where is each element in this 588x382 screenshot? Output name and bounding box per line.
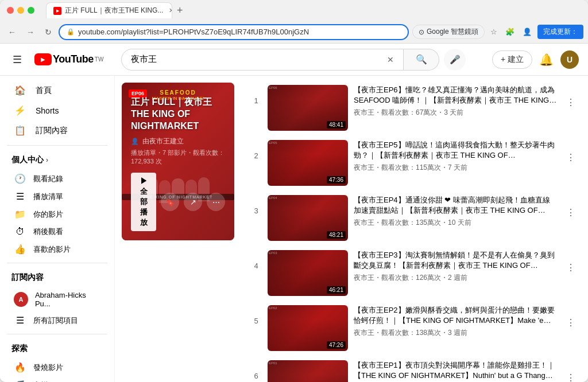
play-all-button[interactable]: ▶ 全部播放 [131, 173, 156, 231]
content-area: SEAFOOD MASTER IN DA HOUSE! EP06 [115, 76, 588, 382]
video-item[interactable]: 1 EP06 48:41 【夜市王EP6】懂吃？雄又真正懂海？邁向美味的航道，成… [241, 80, 588, 135]
forward-button[interactable]: → [23, 25, 38, 39]
sidebar-item-home[interactable]: 🏠 首頁 [2, 80, 112, 100]
video-title: 【夜市王EP3】淘汰賽制無情解鎖！是不是有人在偷臭？臭到斷交臭豆腐！【新普利夜酵… [354, 250, 557, 271]
google-lens-button[interactable]: ⊙ Google 智慧鏡頭 [412, 25, 485, 39]
sidebar-item-history[interactable]: 🕐 觀看紀錄 [2, 170, 112, 188]
video-more-button[interactable]: ⋮ [563, 369, 579, 382]
create-button[interactable]: + 建立 [492, 50, 532, 69]
video-more-button[interactable]: ⋮ [563, 204, 579, 220]
sidebar-divider-2 [7, 263, 107, 263]
sidebar-divider-1 [7, 145, 107, 146]
sidebar-item-music[interactable]: 🎵 音樂 [2, 376, 112, 382]
close-button[interactable] [7, 7, 14, 14]
video-thumbnail: EP05 47:36 [268, 140, 348, 186]
thumb-ep-label: EP04 [269, 196, 277, 200]
thumb-ep-label: EP05 [269, 141, 277, 145]
music-icon: 🎵 [14, 380, 26, 382]
bookmark-icon[interactable]: ☆ [488, 25, 500, 38]
sidebar-all-subscriptions-label: 所有訂閱項目 [33, 315, 78, 326]
subscriptions-title: 訂閱內容 [0, 268, 114, 287]
video-duration: 48:21 [327, 231, 346, 239]
save-playlist-button[interactable]: 🔖 [161, 193, 179, 211]
sidebar-item-your-videos[interactable]: 📁 你的影片 [2, 205, 112, 223]
thumb-ep-label: EP06 [269, 86, 277, 89]
reload-button[interactable]: ↻ [41, 25, 55, 39]
video-duration: 46:21 [327, 286, 346, 294]
url-bar[interactable]: 🔒 youtube.com/playlist?list=PLROHPtVsZ7o… [59, 24, 409, 40]
maximize-button[interactable] [28, 7, 34, 14]
youtube-main: 🏠 首頁 ⚡ Shorts 📋 訂閱內容 個人中心 › 🕐 觀看紀錄 [0, 76, 588, 382]
sidebar-liked-label: 喜歡的影片 [33, 244, 71, 255]
video-item[interactable]: 6 EP01 【夜市王EP1】夜市頂尖對決揭開序幕！誰能你是雞排王！｜【THE … [241, 356, 588, 382]
profile-icon[interactable]: 👤 [520, 25, 534, 38]
video-title: 【夜市王EP5】啼話說！這肉逼得我食指大動！整天炒著牛肉勁？｜【新普利夜酵素｜夜… [354, 140, 557, 161]
more-playlist-button[interactable]: ⋯ [207, 193, 225, 211]
sidebar-item-liked[interactable]: 👍 喜歡的影片 [2, 240, 112, 258]
tab-bar: 正片 FULL｜夜市王THE KING... ✕ + [46, 2, 581, 18]
video-item[interactable]: 2 EP05 47:36 【夜市王EP5】啼話說！這肉逼得我食指大動！整天炒著牛… [241, 135, 588, 190]
video-meta: 夜市王・觀看次數：138萬次・3 週前 [354, 328, 557, 338]
sidebar-shorts-label: Shorts [36, 106, 59, 115]
search-button[interactable]: 🔍 [404, 49, 439, 71]
mic-button[interactable]: 🎤 [444, 49, 466, 71]
video-more-button[interactable]: ⋮ [563, 149, 579, 165]
history-icon: 🕐 [14, 173, 26, 184]
sidebar-item-watch-later[interactable]: ⏱ 稍後觀看 [2, 223, 112, 240]
sidebar-item-abraham[interactable]: A Abraham-Hicks Pu... [2, 287, 112, 311]
video-thumbnail: EP03 46:21 [268, 250, 348, 296]
video-index: 3 [250, 206, 262, 215]
minimize-button[interactable] [17, 7, 24, 14]
trending-icon: 🔥 [14, 362, 26, 373]
video-info: 【夜市王EP3】淘汰賽制無情解鎖！是不是有人在偷臭？臭到斷交臭豆腐！【新普利夜酵… [354, 250, 557, 283]
video-more-button[interactable]: ⋮ [563, 259, 579, 275]
notifications-button[interactable]: 🔔 [539, 53, 554, 67]
complete-update-button[interactable]: 完成更新： [537, 25, 583, 39]
video-meta: 夜市王・觀看次數：67萬次・3 天前 [354, 108, 557, 118]
search-input[interactable] [131, 54, 387, 64]
share-playlist-button[interactable]: ↗ [184, 193, 202, 211]
new-tab-button[interactable]: + [173, 3, 187, 18]
back-button[interactable]: ← [5, 25, 20, 39]
youtube-favicon [53, 7, 61, 15]
video-more-button[interactable]: ⋮ [563, 314, 579, 330]
video-index: 1 [250, 96, 262, 105]
sidebar-abraham-label: Abraham-Hicks Pu... [35, 291, 100, 308]
google-lens-label: Google 智慧鏡頭 [427, 27, 478, 37]
thumb-ep-label: EP03 [269, 251, 277, 255]
video-info: 【夜市王EP6】懂吃？雄又真正懂海？邁向美味的航道，成為 SEAFOOD 嗑師傅… [354, 85, 557, 118]
playlist-channel: 👤 由夜市王建立 [131, 137, 225, 146]
video-title: 【夜市王EP4】通通沒你甜 ❤ 味蕾高潮即刻起飛！血糖直線加速賣甜點站｜【新普利… [354, 195, 557, 216]
playlist-header: SEAFOOD MASTER IN DA HOUSE! EP06 [122, 83, 234, 240]
extensions-icon[interactable]: 🧩 [503, 25, 517, 38]
search-clear-icon[interactable]: ✕ [387, 55, 394, 64]
video-index: 6 [250, 372, 262, 380]
active-tab[interactable]: 正片 FULL｜夜市王THE KING... ✕ [46, 2, 172, 18]
channel-icon: 👤 [131, 138, 139, 145]
hamburger-menu[interactable]: ☰ [9, 50, 25, 69]
tab-title: 正片 FULL｜夜市王THE KING... [65, 6, 163, 15]
video-more-button[interactable]: ⋮ [563, 94, 579, 110]
video-item[interactable]: 5 EP02 47:26 【夜市王EP2】嫩滑與酥香交織，鮮蚵與蛋汁的戀曲！要嫩… [241, 301, 588, 356]
thumb-ep-label: EP01 [269, 361, 277, 365]
video-meta: 夜市王・觀看次數：115萬次・7 天前 [354, 163, 557, 173]
youtube-logo[interactable]: YouTubeTW [34, 53, 103, 65]
search-bar: ✕ 🔍 🎤 [121, 49, 466, 71]
video-info: 【夜市王EP4】通通沒你甜 ❤ 味蕾高潮即刻起飛！血糖直線加速賣甜點站｜【新普利… [354, 195, 557, 228]
sidebar-item-trending[interactable]: 🔥 發燒影片 [2, 358, 112, 376]
video-thumbnail: EP04 48:21 [268, 195, 348, 241]
video-title: 【夜市王EP2】嫩滑與酥香交織，鮮蚵與蛋汁的戀曲！要嫩要恰蚵仔煎！｜【THE K… [354, 305, 557, 326]
sidebar-item-shorts[interactable]: ⚡ Shorts [2, 100, 112, 120]
sidebar-item-playlist[interactable]: ☰ 播放清單 [2, 188, 112, 205]
sidebar-item-all-subscriptions[interactable]: ☰ 所有訂閱項目 [2, 311, 112, 329]
tab-close-icon[interactable]: ✕ [169, 7, 172, 14]
video-item[interactable]: 4 EP03 46:21 【夜市王EP3】淘汰賽制無情解鎖！是不是有人在偷臭？臭… [241, 245, 588, 301]
google-lens-icon: ⊙ [419, 28, 424, 36]
video-info: 【夜市王EP2】嫩滑與酥香交織，鮮蚵與蛋汁的戀曲！要嫩要恰蚵仔煎！｜【THE K… [354, 305, 557, 338]
sidebar-subscriptions-label: 訂閱內容 [36, 126, 68, 136]
sidebar-item-subscriptions[interactable]: 📋 訂閱內容 [2, 120, 112, 141]
video-item[interactable]: 3 EP04 48:21 【夜市王EP4】通通沒你甜 ❤ 味蕾高潮即刻起飛！血糖… [241, 190, 588, 245]
your-videos-icon: 📁 [14, 209, 26, 220]
user-avatar[interactable]: U [560, 50, 579, 69]
traffic-lights [7, 7, 34, 14]
